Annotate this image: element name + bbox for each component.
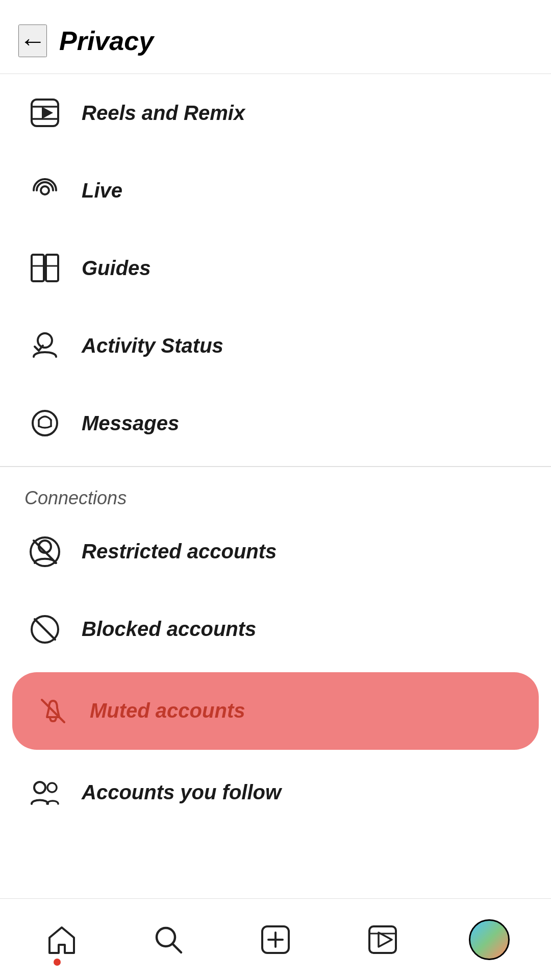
menu-item-guides[interactable]: Guides [0, 229, 551, 307]
muted-label: Muted accounts [90, 699, 245, 722]
header: ← Privacy [0, 0, 551, 74]
connections-section-title: Connections [0, 471, 551, 513]
back-button[interactable]: ← [18, 24, 47, 57]
activity-status-label: Activity Status [82, 334, 223, 357]
restricted-icon [24, 531, 65, 572]
nav-search[interactable] [115, 899, 222, 980]
svg-rect-5 [32, 255, 44, 281]
restricted-label: Restricted accounts [82, 540, 277, 563]
menu-item-live[interactable]: Live [0, 152, 551, 229]
section-divider [0, 466, 551, 467]
nav-reels[interactable] [329, 899, 436, 980]
guides-label: Guides [82, 257, 151, 280]
bottom-nav [0, 898, 551, 980]
blocked-label: Blocked accounts [82, 618, 256, 641]
nav-new-post[interactable] [222, 899, 329, 980]
svg-point-10 [33, 411, 57, 435]
svg-line-22 [172, 944, 181, 952]
guides-icon [24, 248, 65, 288]
blocked-icon [24, 609, 65, 650]
reels-remix-icon [24, 92, 65, 133]
menu-item-activity-status[interactable]: Activity Status [0, 307, 551, 384]
following-icon [24, 772, 65, 813]
messages-icon [24, 403, 65, 444]
menu-item-reels-remix[interactable]: Reels and Remix [0, 74, 551, 152]
menu-item-blocked[interactable]: Blocked accounts [0, 591, 551, 668]
menu-item-messages[interactable]: Messages [0, 384, 551, 462]
menu-item-muted[interactable]: Muted accounts [12, 672, 539, 750]
svg-marker-27 [379, 933, 392, 947]
svg-point-4 [41, 186, 49, 194]
svg-point-20 [47, 783, 57, 792]
live-label: Live [82, 179, 122, 202]
main-menu: Reels and Remix Live Guides [0, 74, 551, 462]
search-icon [152, 923, 185, 956]
home-notification-dot [54, 959, 61, 966]
svg-line-17 [35, 619, 55, 640]
svg-point-19 [34, 782, 45, 793]
avatar [469, 919, 510, 960]
muted-icon [33, 691, 73, 731]
menu-item-restricted[interactable]: Restricted accounts [0, 513, 551, 591]
menu-item-following[interactable]: Accounts you follow [0, 754, 551, 831]
svg-line-18 [42, 700, 64, 722]
page-title: Privacy [59, 26, 154, 56]
nav-profile[interactable] [436, 899, 543, 980]
activity-status-icon [24, 325, 65, 366]
new-post-icon [259, 923, 292, 956]
live-icon [24, 170, 65, 211]
reels-nav-icon [366, 923, 399, 956]
messages-label: Messages [82, 412, 179, 435]
svg-point-9 [38, 333, 52, 348]
nav-home[interactable] [8, 899, 115, 980]
svg-marker-1 [42, 107, 53, 119]
svg-rect-6 [46, 255, 58, 281]
following-label: Accounts you follow [82, 781, 281, 804]
home-icon [45, 923, 78, 956]
connections-section: Connections Restricted accounts Blocked … [0, 471, 551, 831]
reels-remix-label: Reels and Remix [82, 102, 245, 125]
